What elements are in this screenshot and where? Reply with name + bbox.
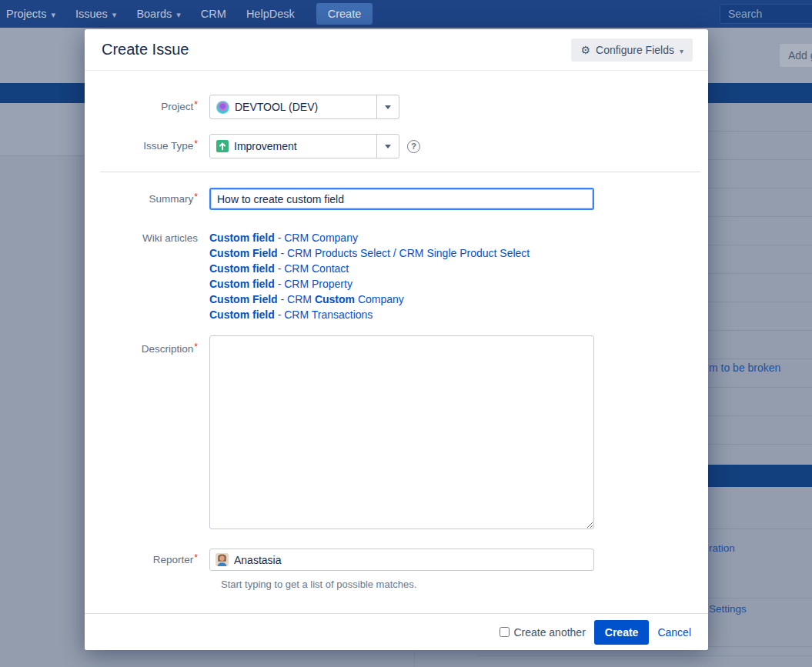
background-table-rows bbox=[693, 103, 812, 465]
dialog-body: Project* DEVTOOL (DEV) Issue Type* bbox=[85, 71, 708, 613]
wiki-article-line: Custom field - CRM Transactions bbox=[209, 307, 530, 322]
reporter-label: Reporter* bbox=[102, 549, 209, 572]
row-divider bbox=[693, 598, 812, 599]
issue-type-select-value: Improvement bbox=[234, 140, 297, 152]
wiki-article-line: Custom Field - CRM Custom Company bbox=[209, 292, 530, 307]
create-button[interactable]: Create bbox=[594, 620, 650, 645]
wiki-article-link[interactable]: Custom Field - CRM Custom Company bbox=[209, 293, 404, 305]
project-avatar-icon bbox=[216, 101, 229, 114]
reporter-input[interactable] bbox=[234, 554, 588, 566]
configure-fields-label: Configure Fields bbox=[596, 44, 674, 56]
nav-items: ProjectsIssuesBoardsCRMHelpDesk bbox=[6, 8, 315, 20]
dialog-footer: Create another Create Cancel bbox=[85, 613, 708, 650]
chevron-down-icon bbox=[51, 8, 55, 20]
wiki-articles-label: Wiki articles bbox=[102, 230, 209, 322]
create-issue-dialog: Create Issue Configure Fields Project* D… bbox=[85, 29, 708, 650]
gear-icon bbox=[580, 44, 590, 56]
background-settings-link: Settings bbox=[709, 603, 747, 615]
dialog-header: Create Issue Configure Fields bbox=[85, 29, 708, 71]
required-indicator: * bbox=[194, 138, 198, 149]
chevron-down-icon bbox=[112, 8, 117, 20]
row-divider bbox=[693, 529, 812, 529]
project-select[interactable]: DEVTOOL (DEV) bbox=[209, 95, 399, 119]
nav-item-label: Issues bbox=[75, 8, 108, 20]
reporter-avatar bbox=[216, 553, 229, 566]
nav-item-boards[interactable]: Boards bbox=[136, 8, 180, 20]
wiki-article-line: Custom field - CRM Property bbox=[209, 276, 530, 292]
search-input[interactable] bbox=[720, 4, 812, 24]
nav-item-label: HelpDesk bbox=[246, 8, 295, 20]
description-textarea[interactable] bbox=[209, 335, 594, 529]
dropdown-arrow-icon bbox=[385, 105, 391, 109]
nav-item-projects[interactable]: Projects bbox=[6, 8, 55, 20]
summary-input[interactable] bbox=[209, 188, 594, 210]
wiki-article-link[interactable]: Custom Field - CRM Products Select / CRM… bbox=[209, 247, 530, 259]
dropdown-arrow-icon bbox=[385, 145, 391, 148]
left-gadget-section bbox=[0, 103, 92, 156]
background-ration-link: ration bbox=[709, 542, 735, 554]
nav-item-label: Boards bbox=[136, 8, 172, 20]
background-issue-link: m to be broken bbox=[709, 362, 780, 374]
project-label: Project* bbox=[102, 95, 209, 119]
nav-item-label: Projects bbox=[6, 8, 46, 20]
issue-type-select[interactable]: Improvement bbox=[209, 134, 399, 158]
reporter-hint: Start typing to get a list of possible m… bbox=[221, 579, 691, 590]
improvement-icon bbox=[216, 140, 229, 152]
issue-type-label: Issue Type* bbox=[102, 134, 209, 158]
issue-type-help-icon[interactable] bbox=[407, 140, 420, 153]
wiki-article-line: Custom Field - CRM Products Select / CRM… bbox=[209, 245, 530, 261]
gadget-title-bar-right bbox=[693, 465, 812, 487]
create-another-checkbox[interactable] bbox=[500, 627, 510, 637]
wiki-article-link[interactable]: Custom field - CRM Company bbox=[209, 232, 358, 244]
top-navigation-bar: ProjectsIssuesBoardsCRMHelpDesk Create bbox=[0, 0, 812, 28]
required-indicator: * bbox=[194, 552, 198, 563]
wiki-article-link[interactable]: Custom field - CRM Transactions bbox=[209, 308, 373, 321]
add-gadget-button: Add g bbox=[780, 44, 812, 67]
nav-item-issues[interactable]: Issues bbox=[75, 8, 116, 20]
required-indicator: * bbox=[194, 342, 198, 352]
issue-type-select-dropdown-button[interactable] bbox=[376, 135, 399, 158]
description-label: Description* bbox=[102, 335, 209, 529]
background-row-divider bbox=[477, 655, 812, 656]
nav-item-label: CRM bbox=[201, 8, 226, 20]
required-indicator: * bbox=[194, 192, 198, 202]
project-select-value: DEVTOOL (DEV) bbox=[235, 101, 318, 113]
cancel-link[interactable]: Cancel bbox=[657, 626, 691, 639]
create-another-option[interactable]: Create another bbox=[500, 626, 585, 639]
row-divider bbox=[693, 646, 812, 647]
wiki-article-line: Custom field - CRM Contact bbox=[209, 261, 530, 276]
chevron-down-icon bbox=[176, 8, 181, 20]
reporter-field[interactable] bbox=[209, 549, 594, 571]
create-another-label: Create another bbox=[513, 626, 585, 639]
dialog-title: Create Issue bbox=[102, 41, 189, 58]
nav-create-button[interactable]: Create bbox=[316, 3, 373, 25]
wiki-article-link[interactable]: Custom field - CRM Contact bbox=[209, 262, 349, 275]
section-divider bbox=[100, 172, 700, 172]
background-panel-divider bbox=[414, 650, 415, 667]
wiki-article-line: Custom field - CRM Company bbox=[209, 230, 530, 245]
nav-item-helpdesk[interactable]: HelpDesk bbox=[246, 8, 295, 20]
project-select-dropdown-button[interactable] bbox=[376, 95, 399, 118]
chevron-down-icon bbox=[680, 44, 683, 56]
wiki-article-link[interactable]: Custom field - CRM Property bbox=[209, 278, 353, 290]
summary-label: Summary* bbox=[102, 188, 209, 211]
nav-item-crm[interactable]: CRM bbox=[201, 8, 226, 20]
configure-fields-button[interactable]: Configure Fields bbox=[571, 38, 693, 62]
required-indicator: * bbox=[194, 99, 198, 110]
wiki-links: Custom field - CRM CompanyCustom Field -… bbox=[209, 230, 530, 322]
